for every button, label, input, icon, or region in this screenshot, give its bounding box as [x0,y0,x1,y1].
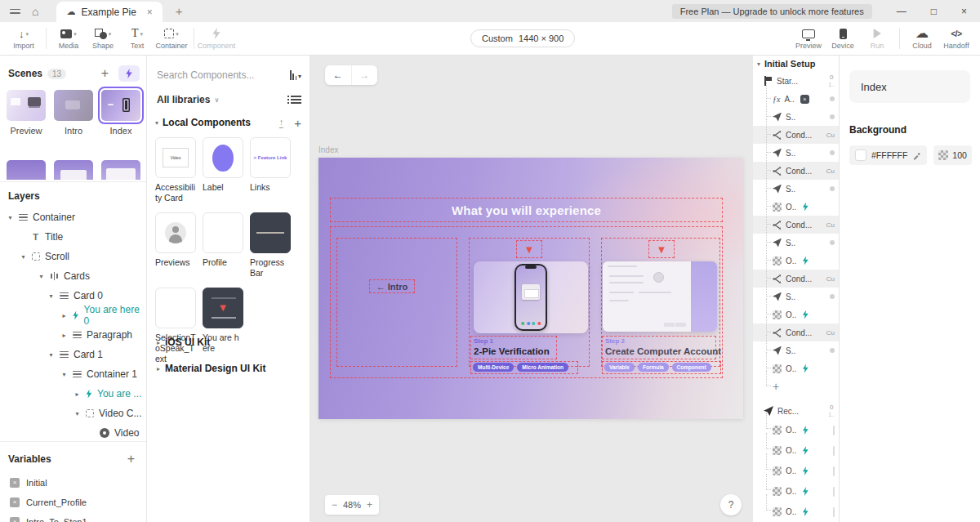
handoff-button[interactable]: </> Handoff [939,28,973,50]
scene-thumbnail[interactable] [7,90,46,121]
canvas[interactable]: ← → Index What you will experience ← Int… [310,56,753,522]
container-button[interactable]: ▾ Container [154,28,189,50]
component-thumbnail[interactable]: Video [155,137,196,178]
media-button[interactable]: ▾ Media [51,28,86,50]
expand-icon[interactable]: ▸ [60,332,68,339]
scene-thumbnail[interactable] [54,90,93,121]
layer-row-paragraph[interactable]: ▸ Paragraph [0,325,146,345]
document-tab[interactable]: ☁ Example Pie × [56,2,162,22]
layer-row-you-are[interactable]: ▸ You are ... [0,384,146,404]
component-label[interactable]: Label [203,137,243,203]
close-window-button[interactable]: × [961,6,967,17]
local-components-title[interactable]: Local Components [163,117,251,128]
scene-row-overflow[interactable] [7,160,140,180]
menu-icon[interactable] [10,9,20,14]
collapse-icon[interactable]: ▾ [20,253,27,261]
scene-item-intro[interactable]: Intro [54,90,93,136]
component-thumbnail[interactable]: ▼ [203,288,243,328]
close-tab-icon[interactable]: × [147,7,153,18]
drag-handle[interactable] [833,426,835,435]
color-swatch[interactable] [855,149,866,161]
variable-row-initial[interactable]: × Initial [0,473,146,493]
ios-ui-kit-section[interactable]: ▸ iOS UI Kit [157,337,210,348]
component-you-are-here[interactable]: ▼ You are here [203,288,243,364]
layer-row-container[interactable]: ▾ Container [0,207,146,227]
sort-icon[interactable]: ▾ [290,70,301,80]
preview-button[interactable]: Preview [791,28,826,50]
component-thumbnail[interactable]: > Feature Link [250,137,291,178]
help-button[interactable]: ? [720,494,742,515]
collapse-icon[interactable]: ▾ [155,119,158,127]
drag-handle[interactable] [833,487,835,497]
components-search[interactable]: Search Components... ▾ [157,67,301,83]
text-button[interactable]: T▾ Text [120,28,154,50]
trigger-section-header[interactable]: ▾ Initial Setup [753,56,839,72]
collapse-icon[interactable]: ▾ [757,60,760,68]
list-view-icon[interactable] [291,96,301,104]
layer-row-cards[interactable]: ▾ Cards [0,266,146,286]
layer-row-container1[interactable]: ▾ Container 1 [0,364,146,384]
scene-item-index[interactable]: Index [101,90,140,136]
variable-row-current-profile[interactable]: × Current_Profile [0,493,146,512]
add-component-button[interactable]: + [294,116,301,130]
canvas-size-selector[interactable]: Custom 1440 × 900 [470,29,575,47]
background-color-input[interactable]: #FFFFFF [849,145,927,165]
drag-handle[interactable] [833,466,835,476]
scene-thumbnail[interactable] [54,160,93,180]
collapse-icon[interactable]: ▾ [47,292,55,300]
collapse-icon[interactable]: ▾ [47,351,55,359]
expand-icon[interactable]: ▸ [74,390,81,398]
response-opacity[interactable]: O.. [753,502,839,522]
library-filter[interactable]: All libraries [157,94,210,105]
layer-row-card0[interactable]: ▾ Card 0 [0,286,146,306]
component-profile[interactable]: Profile [203,212,243,278]
collapse-icon[interactable]: ▾ [60,371,68,378]
component-thumbnail[interactable] [203,212,243,253]
component-links[interactable]: > Feature Link Links [250,137,291,203]
component-thumbnail[interactable] [203,137,243,178]
artboard[interactable]: What you will experience ← Intro ▼ ▼ [318,158,743,419]
scene-thumbnail[interactable] [101,160,140,180]
cloud-button[interactable]: ☁ Cloud [905,28,939,50]
upload-icon[interactable]: ↑ [279,118,284,128]
variable-row-intro-to-step1[interactable]: × Intro_To_Step1 [0,512,146,522]
scene-name-field[interactable]: Index [849,70,970,103]
component-selectiontospeak[interactable]: SelectionToSpeak_Text [155,288,196,364]
add-variable-button[interactable]: + [127,452,135,466]
layer-row-title[interactable]: T Title [0,227,146,247]
scene-thumbnail[interactable] [101,90,140,121]
collapse-icon[interactable]: ▾ [38,273,45,280]
color-hex-value[interactable]: #FFFFFF [871,150,907,160]
component-previews[interactable]: Previews [155,212,196,278]
collapse-icon[interactable]: ▾ [7,214,14,221]
component-accessibility-card[interactable]: Video Accessibility Card [155,137,196,203]
scene-interactions-button[interactable] [118,65,140,82]
drag-handle[interactable] [833,446,835,456]
component-thumbnail[interactable] [155,212,196,253]
device-button[interactable]: Device [826,28,860,50]
shape-button[interactable]: ▾ Shape [86,28,120,50]
back-button[interactable]: ← [325,65,351,85]
artboard-label[interactable]: Index [318,145,338,154]
layer-row-card1[interactable]: ▾ Card 1 [0,345,146,364]
eyedropper-icon[interactable] [912,151,921,160]
zoom-out-button[interactable]: − [332,499,337,511]
expand-icon[interactable]: ▸ [60,312,68,319]
add-response-button[interactable]: + [753,377,839,395]
new-tab-button[interactable]: + [176,4,183,18]
minimize-button[interactable]: — [897,6,906,17]
layer-row-you-are-here-0[interactable]: ▸ You are here 0 [0,306,146,325]
zoom-in-button[interactable]: + [367,499,372,511]
background-opacity-input[interactable]: 100 [933,145,972,165]
scene-item-preview[interactable]: Preview [7,90,46,136]
plan-banner[interactable]: Free Plan — Upgrade to unlock more featu… [672,4,872,19]
component-progress-bar[interactable]: Progress Bar [250,212,291,278]
material-ui-kit-section[interactable]: ▸ Material Design UI Kit [157,363,265,374]
zoom-level[interactable]: 48% [343,500,361,510]
home-icon[interactable]: ⌂ [32,6,38,17]
add-scene-button[interactable]: + [101,66,109,81]
layer-row-video-container[interactable]: ▾ Video C... [0,404,146,423]
maximize-button[interactable]: □ [931,6,937,17]
layer-row-scroll[interactable]: ▾ Scroll [0,247,146,266]
scene-thumbnail[interactable] [7,160,46,180]
